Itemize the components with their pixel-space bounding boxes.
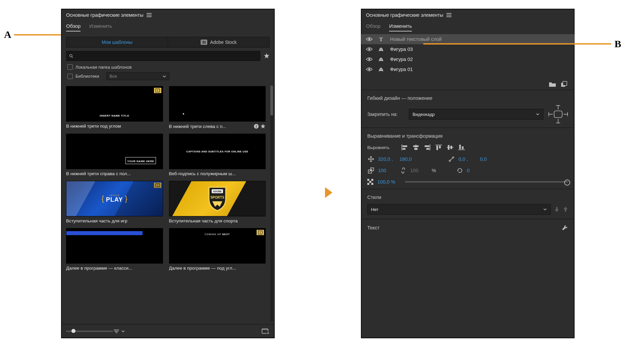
- tab-edit[interactable]: Изменить: [389, 23, 412, 31]
- visibility-toggle[interactable]: [366, 57, 372, 62]
- svg-text:SPORTS: SPORTS: [210, 196, 224, 199]
- stock-badge-icon: St: [201, 40, 207, 45]
- tab-browse[interactable]: Обзор: [66, 23, 80, 31]
- search-input[interactable]: [66, 51, 260, 61]
- arrow-right-icon: [324, 186, 334, 199]
- libraries-filter-dropdown[interactable]: Все: [106, 72, 169, 80]
- svg-point-30: [368, 38, 370, 40]
- pos-y-value[interactable]: 180,0: [399, 156, 418, 162]
- template-thumb[interactable]: CAPTIONS AND SUBTITLES FOR ONLINE USE: [169, 134, 266, 169]
- add-to-sequence-button[interactable]: [262, 328, 270, 335]
- chevron-down-icon: [543, 208, 547, 211]
- svg-text:T: T: [379, 36, 383, 42]
- template-thumb[interactable]: T ADOBE SPORTS: [169, 181, 266, 216]
- template-thumb[interactable]: T INSERT NAME TITLE: [66, 86, 163, 122]
- scale-x-value[interactable]: 100: [378, 168, 396, 173]
- callout-letter-b: B: [614, 38, 621, 50]
- svg-rect-77: [369, 181, 371, 183]
- scrollbar[interactable]: [270, 85, 273, 322]
- align-top-icon[interactable]: [435, 144, 442, 151]
- layer-row[interactable]: Фигура 01: [361, 64, 574, 74]
- wrench-icon[interactable]: [561, 224, 568, 231]
- svg-point-0: [70, 54, 72, 57]
- layer-list: T Новый текстовый слой Фигура 03 Фигура …: [361, 34, 574, 74]
- align-vcenter-icon[interactable]: [446, 144, 454, 151]
- pen-icon: [377, 46, 385, 52]
- svg-rect-60: [439, 146, 441, 148]
- checkbox-libraries[interactable]: [67, 74, 73, 79]
- sort-button[interactable]: [113, 329, 125, 334]
- template-thumb[interactable]: [169, 86, 266, 122]
- anchor-x-value[interactable]: 0,0 ,: [459, 156, 477, 162]
- template-thumb[interactable]: T { LEAGUE PLAY }: [66, 181, 163, 216]
- visibility-toggle[interactable]: [366, 67, 372, 72]
- align-hcenter-icon[interactable]: [412, 144, 420, 151]
- info-icon[interactable]: i: [254, 124, 259, 129]
- template-thumb[interactable]: YOUR NAME HERE: [66, 134, 163, 169]
- opacity-slider[interactable]: [405, 181, 568, 183]
- pin-diagram[interactable]: [548, 105, 568, 124]
- favorite-icon[interactable]: [260, 124, 266, 129]
- pull-style-button[interactable]: [563, 206, 568, 212]
- panel-menu-icon[interactable]: [147, 13, 152, 17]
- tab-edit[interactable]: Изменить: [89, 23, 112, 31]
- align-bottom-icon[interactable]: [458, 144, 465, 151]
- zoom-slider[interactable]: [66, 331, 113, 332]
- template-thumb[interactable]: [66, 228, 163, 264]
- pin-to-dropdown[interactable]: Видеокадр: [409, 109, 543, 120]
- layer-row[interactable]: Фигура 03: [361, 44, 574, 54]
- svg-point-37: [381, 69, 382, 70]
- svg-rect-76: [371, 179, 373, 181]
- svg-point-36: [368, 68, 370, 70]
- svg-rect-56: [425, 145, 429, 147]
- visibility-toggle[interactable]: [366, 47, 372, 52]
- layer-row[interactable]: Фигура 02: [361, 54, 574, 64]
- rotation-value[interactable]: 0: [467, 168, 485, 173]
- svg-rect-62: [448, 145, 449, 150]
- panel-title: Основные графические элементы: [366, 12, 443, 18]
- search-icon: [69, 54, 73, 58]
- svg-rect-83: [565, 209, 566, 212]
- visibility-toggle[interactable]: [366, 37, 372, 42]
- layer-name: Фигура 02: [390, 57, 413, 62]
- template-label: В нижней трети под углом: [66, 124, 121, 129]
- svg-point-33: [381, 49, 382, 50]
- svg-rect-54: [414, 148, 418, 150]
- edit-panel: Основные графические элементы Обзор Изме…: [361, 9, 575, 338]
- position-icon: [367, 156, 375, 162]
- checkbox-local-folder[interactable]: [67, 64, 73, 70]
- scale-unit: %: [432, 168, 436, 173]
- panel-menu-icon[interactable]: [446, 13, 451, 17]
- svg-rect-81: [556, 207, 557, 210]
- chevron-down-icon: [162, 75, 166, 78]
- svg-rect-51: [402, 148, 406, 150]
- callout-line-b: [423, 43, 611, 45]
- template-label: Вступительная часть для спорта: [169, 218, 238, 223]
- styles-dropdown[interactable]: Нет: [367, 204, 551, 215]
- align-left-icon[interactable]: [401, 144, 408, 151]
- pos-x-value[interactable]: 320,0 ,: [378, 156, 396, 162]
- new-layer-button[interactable]: [561, 81, 568, 87]
- template-label: В нижней трети справа с пол...: [66, 171, 131, 176]
- template-thumb[interactable]: T COMING UP NEXT: [169, 228, 266, 264]
- layer-row[interactable]: T Новый текстовый слой: [361, 34, 574, 44]
- align-right-icon[interactable]: [424, 144, 431, 151]
- push-style-button[interactable]: [554, 206, 559, 212]
- source-adobe-stock[interactable]: St Adobe Stock: [168, 37, 269, 47]
- favorites-filter-button[interactable]: [264, 53, 270, 59]
- callout-letter-a: A: [4, 29, 11, 40]
- scale-icon: [367, 167, 375, 174]
- opacity-icon: [367, 179, 373, 185]
- svg-rect-57: [426, 148, 429, 150]
- opacity-value[interactable]: 100,0 %: [377, 179, 401, 185]
- tab-browse[interactable]: Обзор: [366, 23, 380, 31]
- thumb-text: INSERT NAME TITLE: [100, 114, 129, 117]
- anchor-y-value[interactable]: 0,0: [480, 156, 498, 162]
- label-libraries: Библиотеки: [75, 74, 99, 79]
- link-icon[interactable]: [399, 167, 407, 174]
- align-label: Выровнять: [367, 145, 396, 150]
- new-group-button[interactable]: [549, 81, 556, 87]
- template-label: Далее в программе — класси...: [66, 266, 132, 271]
- browse-panel: Основные графические элементы Обзор Изме…: [61, 9, 275, 338]
- source-my-templates[interactable]: Мои шаблоны: [66, 37, 168, 47]
